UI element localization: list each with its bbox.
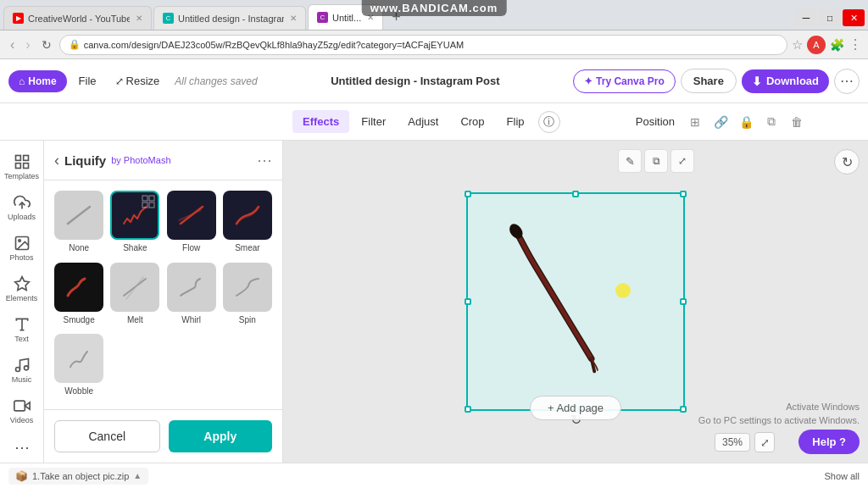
text-icon [14, 316, 31, 333]
svg-rect-22 [142, 202, 147, 208]
expand-icon[interactable]: ⤢ [670, 149, 694, 173]
grid-icon[interactable]: ⊞ [683, 110, 707, 134]
window-controls: ─ □ ✕ [795, 9, 865, 30]
share-button[interactable]: Share [681, 69, 737, 93]
adjust-button[interactable]: Adjust [398, 110, 448, 133]
zoom-fit-btn[interactable]: ⤢ [754, 432, 775, 452]
position-label[interactable]: Position [629, 110, 682, 133]
sidebar-item-uploads[interactable]: Uploads [2, 188, 42, 227]
svg-line-14 [124, 219, 127, 224]
effect-spin[interactable]: Spin [223, 263, 272, 328]
effect-shake-label: Shake [123, 243, 147, 252]
browser-menu-icon[interactable]: ⋮ [849, 36, 861, 53]
handle-mr[interactable] [680, 298, 687, 305]
none-icon [64, 200, 94, 230]
handle-tm[interactable] [572, 191, 579, 197]
effect-melt[interactable]: Melt [110, 263, 159, 328]
svg-line-24 [181, 207, 203, 224]
info-icon[interactable]: ⓘ [538, 111, 560, 133]
active-tab-favicon: C [317, 12, 328, 23]
crop-button[interactable]: Crop [450, 110, 494, 133]
sidebar-item-photos[interactable]: Photos [2, 229, 42, 268]
effect-wobble[interactable]: Wobble [54, 334, 103, 399]
sidebar-item-more[interactable]: ⋯ [2, 432, 42, 463]
more-options-button[interactable]: ⋯ [834, 69, 860, 94]
link-icon[interactable]: 🔗 [709, 110, 732, 134]
note-icon[interactable]: ✎ [618, 149, 642, 173]
add-page-area: + Add page [283, 396, 868, 420]
browser-tab-active[interactable]: C Untitl... ✕ [308, 4, 383, 30]
canvas-object-actions: ✎ ⧉ ⤢ [618, 149, 694, 173]
tab-close-youtube[interactable]: ✕ [136, 14, 142, 23]
svg-rect-1 [23, 156, 28, 161]
file-button[interactable]: File [72, 69, 103, 92]
panel-more-btn[interactable]: ⋯ [257, 151, 272, 169]
effects-button[interactable]: Effects [292, 110, 349, 133]
videos-icon [14, 397, 31, 414]
handle-ml[interactable] [465, 298, 471, 305]
effect-whirl[interactable]: Whirl [167, 263, 216, 328]
add-page-button[interactable]: + Add page [530, 396, 621, 420]
sidebar-item-elements[interactable]: Elements [2, 269, 42, 308]
status-bar: 📦 1.Take an object pic.zip ▲ Show all [0, 463, 868, 488]
zip-icon: 📦 [15, 470, 28, 482]
smudge-icon [64, 272, 94, 302]
effect-smudge[interactable]: Smudge [54, 263, 103, 328]
nav-reload[interactable]: ↻ [38, 36, 55, 53]
lock-toolbar-icon[interactable]: 🔒 [734, 110, 758, 134]
filter-button[interactable]: Filter [351, 110, 396, 133]
cancel-button[interactable]: Cancel [54, 420, 160, 452]
try-pro-button[interactable]: ✦ Try Canva Pro [573, 69, 676, 93]
duplicate-icon[interactable]: ⧉ [644, 149, 668, 173]
sidebar-item-videos[interactable]: Videos [2, 391, 42, 430]
left-sidebar: Templates Uploads Photos Elements Text M… [0, 141, 44, 463]
browser-tab-youtube[interactable]: ▶ CreativeWorld - YouTube ✕ [3, 6, 152, 30]
apply-button[interactable]: Apply [169, 420, 273, 452]
copy-icon[interactable]: ⧉ [760, 110, 783, 134]
help-button[interactable]: Help ? [798, 430, 860, 454]
tab-close-canva1[interactable]: ✕ [290, 14, 297, 23]
extensions-icon[interactable]: 🧩 [830, 38, 844, 52]
delete-icon[interactable]: 🗑 [785, 110, 809, 134]
show-all-button[interactable]: Show all [824, 471, 860, 481]
maximize-btn[interactable]: □ [819, 9, 841, 26]
melt-icon [120, 272, 150, 302]
templates-icon [14, 153, 31, 170]
tab-close-active[interactable]: ✕ [367, 13, 374, 22]
handle-tl[interactable] [465, 191, 471, 197]
elements-icon [14, 275, 31, 292]
bookmark-icon[interactable]: ☆ [792, 37, 803, 53]
new-tab-btn[interactable]: + [388, 8, 404, 26]
canvas-frame: ↻ [466, 192, 685, 411]
flip-button[interactable]: Flip [497, 110, 535, 133]
svg-rect-2 [15, 164, 20, 169]
handle-tr[interactable] [680, 191, 687, 197]
profile-icon[interactable]: A [807, 36, 826, 54]
sidebar-item-templates[interactable]: Templates [2, 147, 42, 186]
effect-shake[interactable]: Shake [110, 191, 159, 256]
rotate-action-btn[interactable]: ↻ [834, 149, 860, 175]
spin-icon [232, 272, 263, 302]
download-button[interactable]: ⬇ Download [742, 69, 829, 93]
home-button[interactable]: ⌂ Home [8, 70, 67, 92]
effect-none[interactable]: None [54, 191, 103, 256]
panel-subtitle[interactable]: by PhotoMash [111, 155, 170, 165]
sidebar-item-music[interactable]: Music [2, 351, 42, 390]
sidebar-item-text[interactable]: Text [2, 310, 42, 349]
effect-smear-label: Smear [235, 243, 259, 252]
svg-rect-21 [149, 196, 154, 201]
effect-flow[interactable]: Flow [167, 191, 216, 256]
resize-button[interactable]: ⤢ Resize [108, 69, 167, 92]
minimize-btn[interactable]: ─ [795, 9, 817, 26]
address-bar[interactable]: 🔒 canva.com/design/DAEJ23co05w/RzBQevQkL… [59, 35, 787, 55]
nav-back[interactable]: ‹ [7, 36, 18, 54]
svg-line-18 [137, 212, 141, 219]
close-btn[interactable]: ✕ [843, 9, 865, 26]
lock-icon: 🔒 [69, 39, 81, 50]
status-file-item[interactable]: 📦 1.Take an object pic.zip ▲ [8, 468, 148, 485]
browser-tab-canva1[interactable]: C Untitled design - Instagram Post ✕ [153, 6, 306, 30]
nav-forward[interactable]: › [22, 36, 33, 54]
status-expand-icon[interactable]: ▲ [133, 471, 142, 480]
effect-smear[interactable]: Smear [223, 191, 272, 256]
panel-back-btn[interactable]: ‹ [54, 152, 59, 169]
